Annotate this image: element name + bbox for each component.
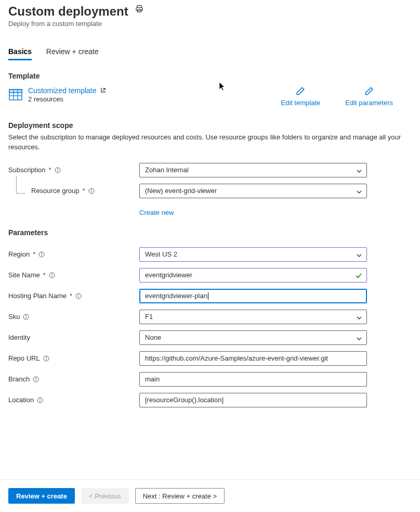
checkmark-icon bbox=[355, 272, 362, 281]
chevron-down-icon bbox=[356, 168, 362, 176]
svg-point-13 bbox=[91, 189, 91, 190]
page-subtitle: Deploy from a custom template bbox=[8, 20, 412, 28]
site-name-label: Site Name* bbox=[8, 271, 139, 279]
branch-value: main bbox=[145, 375, 160, 383]
svg-point-28 bbox=[46, 357, 46, 357]
edit-template-link[interactable]: Edit template bbox=[281, 86, 320, 107]
svg-point-31 bbox=[36, 378, 36, 378]
svg-point-25 bbox=[26, 315, 27, 316]
hosting-plan-value: eventgridviewer-plan bbox=[145, 292, 207, 300]
identity-value: None bbox=[145, 334, 161, 341]
identity-select[interactable]: None bbox=[139, 330, 367, 345]
repo-url-input[interactable]: https://github.com/Azure-Samples/azure-e… bbox=[139, 351, 367, 366]
template-resource-count: 2 resources bbox=[28, 95, 106, 103]
sku-label: Sku bbox=[8, 313, 139, 321]
footer: Review + create < Previous Next : Review… bbox=[0, 479, 420, 512]
next-button[interactable]: Next : Review + create > bbox=[135, 488, 225, 504]
tabs: Basics Review + create bbox=[8, 47, 412, 60]
svg-point-22 bbox=[78, 295, 78, 295]
info-icon[interactable] bbox=[33, 376, 39, 382]
info-icon[interactable] bbox=[55, 167, 61, 173]
svg-point-10 bbox=[57, 169, 58, 169]
external-link-icon bbox=[100, 86, 106, 95]
region-label: Region* bbox=[8, 250, 139, 258]
info-icon[interactable] bbox=[43, 355, 49, 362]
svg-point-34 bbox=[40, 399, 41, 399]
chevron-down-icon bbox=[356, 252, 362, 260]
print-icon[interactable] bbox=[135, 5, 143, 15]
info-icon[interactable] bbox=[75, 293, 82, 299]
info-icon[interactable] bbox=[88, 188, 95, 194]
section-parameters-title: Parameters bbox=[8, 228, 412, 237]
site-name-value: eventgridviewer bbox=[145, 271, 192, 279]
hosting-plan-input[interactable]: eventgridviewer-plan bbox=[139, 289, 367, 303]
info-icon[interactable] bbox=[37, 397, 43, 403]
info-icon[interactable] bbox=[49, 272, 55, 278]
sku-value: F1 bbox=[145, 313, 153, 321]
edit-parameters-link[interactable]: Edit parameters bbox=[345, 86, 393, 107]
review-create-button[interactable]: Review + create bbox=[8, 488, 75, 504]
subscription-label: Subscription* bbox=[8, 166, 139, 174]
resource-group-value: (New) event-grid-viewer bbox=[145, 187, 217, 195]
tab-basics[interactable]: Basics bbox=[8, 47, 32, 60]
chevron-down-icon bbox=[356, 336, 362, 343]
hosting-plan-label: Hosting Plan Name* bbox=[8, 292, 139, 300]
branch-label: Branch bbox=[8, 375, 139, 383]
info-icon[interactable] bbox=[38, 251, 45, 258]
info-icon[interactable] bbox=[23, 314, 29, 320]
identity-label: Identity bbox=[8, 334, 139, 341]
subscription-value: Zohan Internal bbox=[145, 166, 189, 174]
region-value: West US 2 bbox=[145, 250, 177, 258]
customized-template-link[interactable]: Customized template bbox=[28, 86, 106, 95]
template-icon bbox=[8, 87, 23, 102]
page-title: Custom deployment bbox=[8, 4, 128, 19]
sku-select[interactable]: F1 bbox=[139, 310, 367, 324]
svg-rect-4 bbox=[9, 89, 22, 93]
section-scope-title: Deployment scope bbox=[8, 121, 412, 130]
svg-point-19 bbox=[51, 274, 52, 274]
text-caret bbox=[208, 292, 208, 300]
edit-parameters-label: Edit parameters bbox=[345, 99, 393, 107]
site-name-input[interactable]: eventgridviewer bbox=[139, 268, 367, 283]
resource-group-label: Resource group* bbox=[8, 187, 139, 195]
repo-url-label: Repo URL bbox=[8, 354, 139, 362]
svg-point-16 bbox=[42, 253, 42, 253]
resource-group-select[interactable]: (New) event-grid-viewer bbox=[139, 184, 367, 198]
customized-template-label: Customized template bbox=[28, 86, 97, 95]
location-value: [resourceGroup().location] bbox=[145, 396, 224, 404]
region-select[interactable]: West US 2 bbox=[139, 247, 367, 262]
create-new-link[interactable]: Create new bbox=[139, 209, 174, 216]
chevron-down-icon bbox=[356, 315, 362, 323]
section-template-title: Template bbox=[8, 72, 412, 80]
edit-template-label: Edit template bbox=[281, 99, 320, 107]
location-input[interactable]: [resourceGroup().location] bbox=[139, 393, 367, 407]
scope-description: Select the subscription to manage deploy… bbox=[8, 133, 412, 152]
branch-input[interactable]: main bbox=[139, 372, 367, 387]
svg-rect-0 bbox=[137, 6, 141, 8]
location-label: Location bbox=[8, 396, 139, 404]
previous-button: < Previous bbox=[81, 488, 129, 504]
subscription-select[interactable]: Zohan Internal bbox=[139, 163, 367, 177]
repo-url-value: https://github.com/Azure-Samples/azure-e… bbox=[145, 354, 328, 362]
chevron-down-icon bbox=[356, 189, 362, 197]
tab-review-create[interactable]: Review + create bbox=[46, 47, 99, 59]
